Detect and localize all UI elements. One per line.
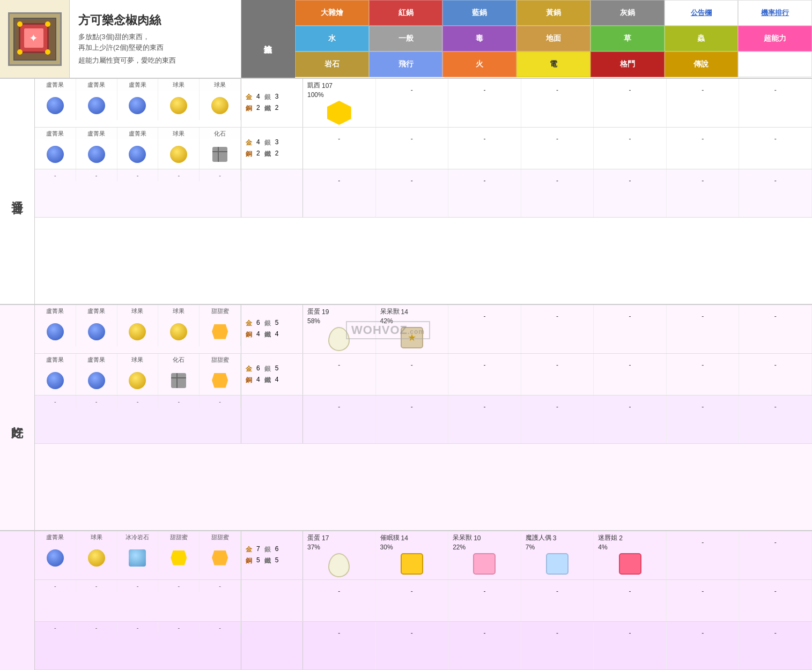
good-curr-2: 金6銀5 銅4鐵4	[241, 354, 303, 395]
good-food-3: - - - - -	[35, 396, 241, 443]
enc-dash: -	[667, 169, 740, 217]
super-enc-3: - - - - - - -	[303, 622, 812, 669]
type-btn-yellow-pot[interactable]: 黃鍋	[516, 0, 590, 26]
type-btn-gray-pot[interactable]: 灰鍋	[590, 0, 665, 26]
type-btn-ranking[interactable]: 機率排行	[738, 0, 812, 26]
type-btn-fire[interactable]: 火	[442, 51, 516, 77]
type-btn-flying[interactable]: 飛行	[369, 51, 443, 77]
super-enc-2: - - - - - - -	[303, 580, 812, 621]
type-btn-water[interactable]: 水	[295, 26, 369, 51]
super-row-1: 盧菁果 球果 冰冷岩石 甜甜蜜 甜甜蜜 金7銀6	[35, 531, 812, 580]
type-btn-announcement[interactable]: 公告欄	[665, 0, 739, 26]
enc-dash: -	[667, 396, 740, 443]
food-label: -	[35, 622, 76, 634]
section-good: 好吃 盧菁果 盧菁果 球果 球果 甜甜蜜	[0, 305, 812, 531]
section-super-inner: 盧菁果 球果 冰冷岩石 甜甜蜜 甜甜蜜 金7銀6	[35, 531, 812, 670]
enc-dash: -	[376, 622, 449, 669]
super-curr-3	[241, 622, 303, 669]
food-label: -	[35, 396, 76, 407]
type-btn-poison[interactable]: 毒	[442, 26, 516, 51]
food-sprite	[200, 139, 241, 169]
food-label: 化石	[200, 128, 241, 139]
food-label: -	[76, 169, 117, 181]
normal-curr-3	[241, 169, 303, 217]
good-food-1: 盧菁果 盧菁果 球果 球果 甜甜蜜	[35, 305, 241, 353]
food-sprite	[158, 139, 200, 169]
food-label: -	[158, 622, 200, 634]
enc-dash: -	[594, 79, 667, 127]
food-label: 球果	[158, 79, 200, 91]
enc-dash: -	[448, 305, 521, 353]
enc-dash: -	[376, 354, 449, 395]
pokemon-info: 方可樂念椒肉絲 多放點(3個)甜的東西， 再加上少許(2個)堅硬的東西 超能力屬…	[70, 0, 241, 78]
good-enc-2: - - - - - - -	[303, 354, 812, 395]
food-label: 盧菁果	[35, 79, 76, 91]
food-sprite	[76, 317, 117, 346]
enc-dash: -	[376, 128, 449, 169]
enc-dash: -	[739, 169, 812, 217]
enc-magocandoll: 魔護人偶3 7%	[521, 531, 594, 579]
header: ✦ 方可樂念椒肉絲 多放	[0, 0, 812, 79]
good-row-3: - - - - - - - - - - - -	[35, 396, 812, 444]
type-btn-bug[interactable]: 蟲	[665, 26, 739, 51]
section-super: 超好吃 盧菁果 球果 冰冷岩石 甜甜蜜 甜甜蜜	[0, 531, 812, 670]
food-sprite	[35, 139, 76, 169]
food-label: -	[158, 580, 200, 592]
enc-dash: -	[521, 79, 594, 127]
type-btn-dazhahui[interactable]: 大雜燴	[295, 0, 369, 26]
enc-dash: -	[303, 622, 376, 669]
normal-row-2: 盧菁果 盧菁果 盧菁果 球果 化石 金4銀3	[35, 128, 812, 169]
food-label: 盧菁果	[35, 354, 76, 366]
food-sprite	[158, 366, 200, 395]
enc-egg-super: 蛋蛋17 37%	[303, 531, 376, 579]
good-row-2: 盧菁果 盧菁果 球果 化石 甜甜蜜 金6銀5	[35, 354, 812, 396]
enc-dash: -	[594, 580, 667, 621]
enc-cassidy: 凱西 107 100%	[303, 79, 376, 127]
food-label: 甜甜蜜	[158, 531, 200, 543]
enc-dash: -	[376, 169, 449, 217]
food-sprite	[158, 543, 200, 572]
normal-curr-2: 金4銀3 銅2鐵2	[241, 128, 303, 169]
type-btn-blue-pot[interactable]: 藍鍋	[442, 0, 516, 26]
type-btn-fighting[interactable]: 格鬥	[590, 51, 665, 77]
food-label: 盧菁果	[76, 305, 117, 317]
type-btn-grass[interactable]: 草	[590, 26, 665, 51]
super-curr-2	[241, 580, 303, 621]
enc-dash: -	[521, 622, 594, 669]
sprite-hypno	[401, 553, 423, 575]
super-food-1: 盧菁果 球果 冰冷岩石 甜甜蜜 甜甜蜜	[35, 531, 241, 579]
type-btn-ground[interactable]: 地面	[516, 26, 590, 51]
type-btn-electric[interactable]: 電	[516, 51, 590, 77]
enc-dash: -	[739, 305, 812, 353]
enc-dash: -	[739, 580, 812, 621]
normal-row-3: - - - - - - - - - - - -	[35, 169, 812, 218]
food-label: 球果	[158, 128, 200, 139]
type-btn-legend[interactable]: 傳說	[665, 51, 739, 77]
food-sprite	[35, 366, 76, 395]
food-sprite	[76, 139, 117, 169]
type-btn-normal[interactable]: 一般	[369, 26, 443, 51]
sprite-magocandoll	[546, 553, 569, 575]
super-row-3: - - - - - - - - - - - -	[35, 622, 812, 670]
sprite-egg-super	[328, 553, 350, 577]
type-grid: 大雜燴 紅鍋 藍鍋 黃鍋 灰鍋 公告欄 機率排行 水 一般 毒 地面 草 蟲 超…	[295, 0, 812, 78]
type-btn-red-pot[interactable]: 紅鍋	[369, 0, 443, 26]
section-normal: 普通 盧菁果 盧菁果 盧菁果 球果 球果	[0, 79, 812, 305]
food-label: 球果	[200, 79, 241, 91]
normal-food-3: - - - - -	[35, 169, 241, 217]
food-sprite	[200, 91, 241, 120]
type-btn-psychic[interactable]: 超能力	[738, 26, 812, 51]
food-sprite	[200, 366, 241, 395]
enc-hypno: 催眠獏14 30%	[376, 531, 449, 579]
food-label: -	[35, 169, 76, 181]
section-normal-inner: 盧菁果 盧菁果 盧菁果 球果 球果 金4銀3	[35, 79, 812, 304]
food-label: -	[200, 580, 241, 592]
type-btn-rock[interactable]: 岩石	[295, 51, 369, 77]
food-sprite	[117, 139, 159, 169]
enc-dash: -	[739, 79, 812, 127]
super-curr-1: 金7銀6 銅5鐵5	[241, 531, 303, 579]
enc-zuzumon: 呆呆獸 14 42% ★	[376, 305, 449, 353]
section-good-inner: 盧菁果 盧菁果 球果 球果 甜甜蜜 金6銀5	[35, 305, 812, 530]
enc-dash: -	[739, 622, 812, 669]
normal-enc-3: - - - - - - -	[303, 169, 812, 217]
